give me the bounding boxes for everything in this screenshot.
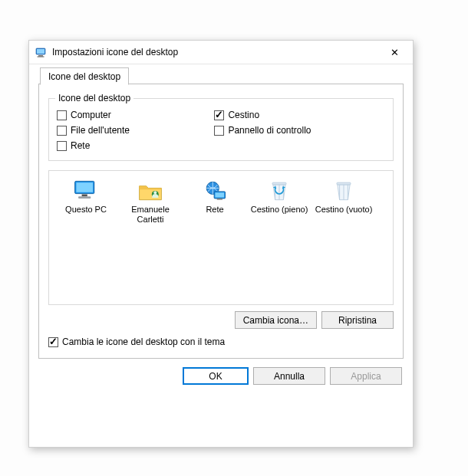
checkbox-icon: ✓ — [214, 126, 224, 136]
check-label: Rete — [71, 140, 90, 151]
svg-point-9 — [153, 191, 157, 194]
app-icon — [35, 46, 48, 58]
preview-icon-label: Cestino (pieno) — [251, 205, 308, 215]
tab-desktop-icons[interactable]: Icone del desktop — [40, 67, 129, 85]
preview-icon-label: Cestino (vuoto) — [315, 205, 373, 215]
theme-change-check[interactable]: ✓ Cambia le icone del desktop con il tem… — [48, 336, 394, 347]
checkbox-icon: ✓ — [48, 337, 58, 347]
tabstrip: Icone del desktop — [38, 67, 404, 84]
check-label: Computer — [71, 110, 111, 120]
checkbox-icon: ✓ — [57, 126, 67, 136]
preview-icon-label: Emanuele Carletti — [118, 205, 183, 225]
bin-full-icon — [265, 179, 293, 203]
restore-defaults-button[interactable]: Ripristina — [321, 311, 394, 329]
desktop-icon-settings-dialog: Impostazioni icone del desktop ✕ Icone d… — [28, 40, 414, 448]
svg-rect-5 — [76, 182, 93, 192]
svg-rect-7 — [78, 196, 91, 199]
client-area: Icone del desktop Icone del desktop ✓ Co… — [29, 64, 413, 367]
cancel-button[interactable]: Annulla — [253, 367, 325, 385]
svg-rect-17 — [337, 182, 351, 185]
svg-rect-1 — [37, 49, 44, 54]
preview-icon-label: Rete — [206, 205, 223, 215]
check-user-files[interactable]: ✓ File dell'utente — [57, 123, 214, 137]
svg-rect-13 — [217, 199, 222, 200]
ok-button[interactable]: OK — [183, 367, 249, 385]
checkbox-icon: ✓ — [57, 110, 67, 120]
check-computer[interactable]: ✓ Computer — [57, 108, 214, 122]
preview-icon-bin-empty[interactable]: Cestino (vuoto) — [311, 179, 376, 225]
checkbox-icon: ✓ — [214, 110, 224, 120]
dialog-button-row: OK Annulla Applica — [29, 367, 413, 394]
checkbox-icon: ✓ — [57, 141, 67, 151]
check-label: File dell'utente — [71, 125, 130, 136]
close-button[interactable]: ✕ — [377, 41, 411, 64]
check-control-panel[interactable]: ✓ Pannello di controllo — [214, 123, 371, 137]
check-label: Pannello di controllo — [228, 125, 311, 136]
tab-label: Icone del desktop — [48, 71, 120, 82]
preview-icon-userfolder[interactable]: Emanuele Carletti — [118, 179, 183, 225]
svg-rect-3 — [38, 57, 44, 57]
theme-check-label: Cambia le icone del desktop con il tema — [62, 336, 225, 347]
change-icon-button[interactable]: Cambia icona… — [235, 311, 317, 329]
preview-icon-bin-full[interactable]: Cestino (pieno) — [247, 179, 311, 225]
userfolder-icon — [137, 179, 164, 203]
preview-icon-label: Questo PC — [65, 205, 107, 215]
preview-icon-net[interactable]: Rete — [183, 179, 247, 225]
bin-empty-icon — [330, 179, 358, 203]
svg-rect-6 — [82, 195, 87, 197]
group-desktop-icons: Icone del desktop ✓ Computer ✓ File dell… — [48, 98, 394, 161]
window-title: Impostazioni icone del desktop — [52, 47, 377, 57]
svg-rect-2 — [38, 55, 43, 57]
check-network[interactable]: ✓ Rete — [57, 139, 214, 153]
svg-rect-14 — [272, 182, 286, 185]
icon-preview-panel: Questo PC Emanuele Carletti Rete Cestino… — [48, 170, 394, 305]
pc-icon — [72, 179, 100, 203]
icon-action-row: Cambia icona… Ripristina — [48, 311, 394, 329]
check-label: Cestino — [228, 110, 259, 120]
preview-icon-pc[interactable]: Questo PC — [54, 179, 118, 225]
svg-rect-12 — [215, 192, 224, 197]
group-legend: Icone del desktop — [55, 93, 133, 103]
apply-button[interactable]: Applica — [330, 367, 402, 385]
check-recycle-bin[interactable]: ✓ Cestino — [214, 108, 371, 122]
net-icon — [201, 179, 229, 203]
titlebar: Impostazioni icone del desktop ✕ — [29, 41, 413, 64]
tabpage: Icone del desktop ✓ Computer ✓ File dell… — [38, 84, 404, 359]
